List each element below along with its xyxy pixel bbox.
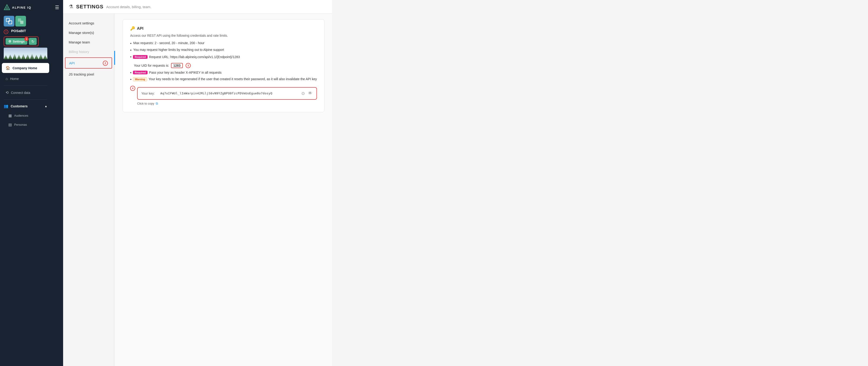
sidebar-item-label: Company Home (12, 66, 37, 70)
sidebar-item-label: Connect data (11, 91, 30, 94)
key-actions: ⊙ 👁 (301, 90, 313, 96)
sidebar-sub-label: Personas (14, 123, 27, 126)
page-header: ⚗ SETTINGS Account details, billing, tea… (63, 0, 332, 14)
right-content: ⚗ SETTINGS Account details, billing, tea… (63, 0, 332, 366)
key-section-inner: Your key: Aq7oIFWUl_lImWarpin42MiljS6vN9… (137, 85, 317, 106)
sidebar-item-personas[interactable]: ▤ Personas (0, 120, 51, 129)
toggle-visibility-button[interactable]: 👁 (308, 90, 313, 96)
page-title: SETTINGS (76, 4, 103, 10)
customers-icon: 👥 (4, 104, 8, 108)
circle-4: 4 (130, 86, 135, 91)
sidebar: ALPINE IQ 1 POS (0, 0, 51, 366)
sidebar-item-company-home[interactable]: 🏠 Company Home (2, 63, 49, 73)
api-list: Max requests: 2 - second, 20 - minute, 2… (130, 41, 317, 59)
uid-circle-3: 3 (186, 63, 191, 68)
brand-scene (4, 48, 47, 59)
customers-label: Customers (11, 104, 28, 108)
settings-nav-team[interactable]: Manage team (63, 37, 114, 47)
sidebar-item-home[interactable]: ⌂ Home (2, 74, 49, 84)
nav-divider-2 (4, 100, 47, 100)
copy-key-button[interactable]: ⊙ (301, 90, 305, 96)
api-list-item-5: Warning Your key needs to be regenerated… (130, 77, 317, 82)
settings-nav-api[interactable]: API 2 (65, 57, 112, 68)
house-icon: ⌂ (6, 77, 8, 81)
key-section: 4 Your key: Aq7oIFWUl_lImWarpin42MiljS6v… (130, 85, 317, 106)
brand-icon-blue (4, 16, 14, 27)
svg-rect-2 (6, 18, 9, 22)
uid-prefix: Your UID for requests is: (134, 64, 169, 67)
bullet-1-text: Max requests: 2 - second, 20 - minute, 2… (133, 41, 205, 45)
refresh-button[interactable]: ↻ (29, 38, 37, 45)
manage-team-label: Manage team (69, 40, 90, 44)
scene-trees (4, 52, 47, 59)
sidebar-item-connect-data[interactable]: ⟲ Connect data (2, 88, 49, 97)
uid-value: 1283 (171, 63, 183, 68)
brand-circle-1: 1 (4, 29, 8, 34)
brand-block: 1 POSaBIT ⚙ Settings 1 ↻ (0, 13, 51, 62)
required-badge-1: Required (133, 55, 148, 59)
settings-content: 🔑 API Access our REST API using the foll… (115, 14, 332, 366)
api-description: Access our REST API using the following … (130, 34, 317, 37)
page-subtitle: Account details, billing, team. (106, 5, 151, 9)
billing-history-label: Billing history (69, 50, 89, 54)
brand-icon-green (15, 16, 26, 27)
copy-label: Click to copy (137, 102, 154, 105)
request-url-text: Request URL: https://lab.alpineiq.com/ap… (149, 55, 240, 59)
copy-icon[interactable]: ⧉ (156, 102, 158, 106)
middle-bar: ☰ (51, 0, 63, 366)
sidebar-item-label: Home (10, 77, 19, 81)
logo-text: ALPINE IQ (12, 6, 31, 9)
api-section-title: 🔑 API (130, 26, 317, 31)
connect-icon: ⟲ (6, 90, 8, 95)
uid-row: Your UID for requests is: 1283 3 (134, 63, 317, 68)
account-settings-label: Account settings (69, 21, 94, 25)
sidebar-section-customers[interactable]: 👥 Customers ▲ (0, 101, 51, 111)
js-tracking-label: JS tracking pixel (69, 72, 94, 76)
flask-icon: ⚗ (69, 4, 73, 10)
settings-nav-billing: Billing history (63, 47, 114, 56)
manage-stores-label: Manage store(s) (69, 31, 94, 35)
settings-nav-account[interactable]: Account settings (63, 18, 114, 28)
settings-button[interactable]: ⚙ Settings 1 (6, 38, 27, 45)
api-list-item-1: Max requests: 2 - second, 20 - minute, 2… (130, 41, 317, 46)
apikey-text: Pass your key as header X-APIKEY in all … (149, 71, 222, 74)
key-box: Your key: Aq7oIFWUl_lImWarpin42MiljS6vN9… (137, 87, 317, 100)
brand-icons (4, 16, 26, 27)
api-list-item-2: You may request higher limits by reachin… (130, 48, 317, 52)
svg-rect-3 (8, 21, 12, 24)
svg-rect-5 (20, 21, 24, 24)
chevron-up-icon: ▲ (44, 105, 47, 108)
api-circle-num: 2 (103, 61, 108, 66)
required-badge-2: Required (133, 71, 148, 74)
warning-text: Your key needs to be regenerated if the … (149, 77, 317, 81)
settings-nav-js-tracking[interactable]: JS tracking pixel (63, 69, 114, 79)
settings-btn-label: Settings (13, 40, 25, 43)
api-list-item-3: Required Request URL: https://lab.alpine… (130, 55, 317, 59)
sidebar-item-audiences[interactable]: ▦ Audiences (0, 111, 51, 120)
api-list-2: Required Pass your key as header X-APIKE… (130, 71, 317, 82)
personas-icon: ▤ (8, 122, 12, 127)
warning-badge: Warning (133, 77, 147, 81)
audiences-icon: ▦ (8, 113, 12, 118)
sidebar-sub-label: Audiences (14, 114, 28, 117)
settings-btn-row: ⚙ Settings 1 ↻ (4, 36, 38, 46)
key-label: Your key: (141, 91, 158, 95)
api-card: 🔑 API Access our REST API using the foll… (123, 19, 324, 112)
api-list-item-4: Required Pass your key as header X-APIKE… (130, 71, 317, 75)
copy-row: Click to copy ⧉ (137, 102, 317, 106)
settings-nav-stores[interactable]: Manage store(s) (63, 28, 114, 37)
content-area: Account settings Manage store(s) Manage … (63, 14, 332, 366)
api-label: API (69, 61, 75, 65)
key-icon: 🔑 (130, 26, 135, 31)
home-icon: 🏠 (6, 66, 10, 70)
bullet-2-text: You may request higher limits by reachin… (133, 48, 224, 52)
settings-badge: 1 (24, 37, 29, 41)
gear-icon: ⚙ (8, 39, 11, 43)
logo-icon (4, 4, 10, 11)
key-value: Aq7oIFWUl_lImWarpin42MiljS6vN9YZgBPO0fzc… (160, 91, 298, 95)
hamburger-icon[interactable]: ☰ (53, 3, 61, 12)
brand-name: POSaBIT (11, 29, 26, 33)
logo-area: ALPINE IQ (0, 0, 51, 13)
settings-sidebar: Account settings Manage store(s) Manage … (63, 14, 114, 366)
